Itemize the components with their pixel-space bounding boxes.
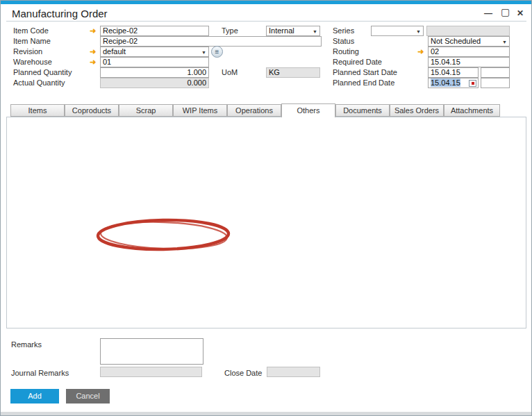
warehouse-label: Warehouse <box>13 58 52 67</box>
item-name-field[interactable]: Recipe-02 <box>100 36 322 47</box>
others-tab-content <box>6 117 526 328</box>
planned-end-time-field[interactable] <box>481 78 510 88</box>
actual-quantity-label: Actual Quantity <box>13 78 65 88</box>
tab-items[interactable]: Items <box>10 104 65 117</box>
required-date-field[interactable]: 15.04.15 <box>428 57 510 67</box>
item-code-field[interactable]: Recipe-02 <box>100 26 209 36</box>
type-value: Internal <box>269 26 294 35</box>
tab-scrap[interactable]: Scrap <box>119 104 173 117</box>
tab-attachments[interactable]: Attachments <box>444 104 500 117</box>
add-button[interactable]: Add <box>10 389 59 403</box>
link-arrow-icon[interactable]: ➜ <box>90 58 96 67</box>
journal-remarks-field <box>100 367 202 377</box>
uom-label: UoM <box>222 68 238 77</box>
journal-remarks-label: Journal Remarks <box>11 369 69 378</box>
chevron-down-icon: ▼ <box>416 28 421 33</box>
actual-quantity-field: 0.000 <box>100 78 209 88</box>
status-value: Not Scheduled <box>431 37 481 45</box>
item-code-label: Item Code <box>13 26 49 35</box>
planned-quantity-label: Planned Quantity <box>13 68 72 77</box>
chevron-down-icon: ▼ <box>201 49 206 54</box>
planned-start-date-label: Planned Start Date <box>333 68 397 77</box>
planned-start-date-field[interactable]: 15.04.15 <box>428 67 479 78</box>
link-arrow-icon[interactable]: ➜ <box>90 26 96 35</box>
remarks-label: Remarks <box>11 340 42 349</box>
page-title: Manufacturing Order <box>12 8 108 19</box>
chevron-down-icon: ▼ <box>313 28 317 33</box>
tab-sales-orders[interactable]: Sales Orders <box>390 104 444 117</box>
series-dropdown[interactable]: ▼ <box>371 26 424 36</box>
type-label: Type <box>222 26 238 35</box>
chevron-down-icon: ▼ <box>502 39 507 44</box>
manufacturing-order-window: Manufacturing Order — ▢ ✕ Item Code ➜ Re… <box>0 0 532 416</box>
uom-field: KG <box>266 67 320 78</box>
status-label: Status <box>333 37 354 46</box>
close-date-field <box>267 367 320 377</box>
link-arrow-icon[interactable]: ➜ <box>417 47 424 56</box>
choose-from-list-icon[interactable]: ≡ <box>211 46 223 58</box>
link-arrow-icon[interactable]: ➜ <box>90 47 96 56</box>
series-label: Series <box>333 26 354 35</box>
planned-start-time-field[interactable] <box>481 67 510 78</box>
warehouse-field[interactable]: 01 <box>100 57 209 67</box>
title-divider <box>6 21 526 22</box>
type-dropdown[interactable]: Internal ▼ <box>266 26 320 36</box>
close-icon[interactable]: ✕ <box>517 8 524 18</box>
tab-operations[interactable]: Operations <box>227 104 281 117</box>
window-accent-strip <box>1 1 531 4</box>
cancel-button[interactable]: Cancel <box>66 389 110 403</box>
tab-documents[interactable]: Documents <box>335 104 390 117</box>
planned-end-date-field[interactable]: 15.04.15 <box>428 78 479 88</box>
minimize-icon[interactable]: — <box>484 8 492 18</box>
planned-end-date-label: Planned End Date <box>333 78 394 88</box>
close-date-label: Close Date <box>224 369 262 378</box>
tab-coproducts[interactable]: Coproducts <box>65 104 119 117</box>
window-bottom-edge <box>1 412 531 415</box>
maximize-icon[interactable]: ▢ <box>501 7 510 17</box>
revision-value: default <box>103 47 126 56</box>
revision-label: Revision <box>13 47 42 56</box>
remarks-textarea[interactable] <box>100 338 203 365</box>
routing-label: Routing <box>333 47 359 56</box>
calendar-icon[interactable] <box>469 80 476 87</box>
tab-others[interactable]: Others <box>281 103 335 117</box>
required-date-label: Required Date <box>333 58 382 67</box>
planned-end-date-selected-text: 15.04.15 <box>431 78 460 87</box>
routing-field[interactable]: 02 <box>428 47 510 57</box>
status-dropdown[interactable]: Not Scheduled ▼ <box>428 36 510 47</box>
series-number-field <box>426 26 510 36</box>
tab-wip-items[interactable]: WIP Items <box>173 104 227 117</box>
revision-dropdown[interactable]: default ▼ <box>100 47 209 57</box>
item-name-label: Item Name <box>13 37 51 46</box>
planned-quantity-field[interactable]: 1.000 <box>100 67 209 78</box>
